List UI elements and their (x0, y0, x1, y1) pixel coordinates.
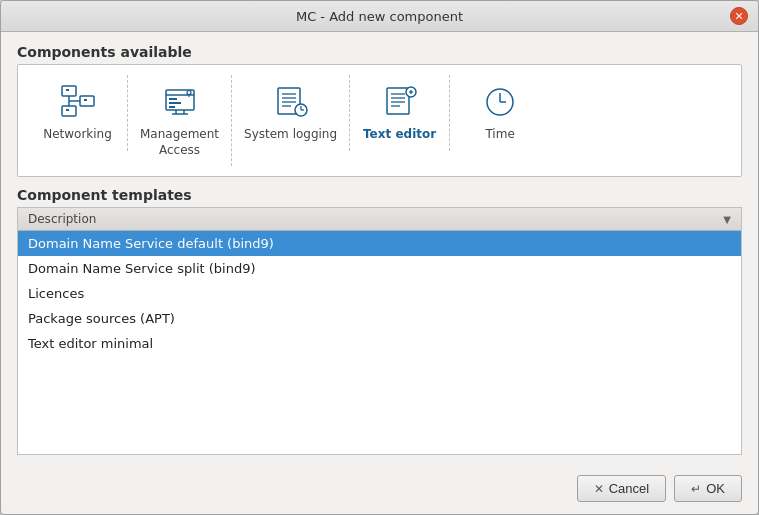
system-logging-icon (272, 83, 310, 121)
components-panel: Networking (17, 64, 742, 177)
dialog-body: Components available (1, 32, 758, 467)
template-item-text-editor-minimal[interactable]: Text editor minimal (18, 331, 741, 356)
components-section-title: Components available (17, 44, 742, 60)
svg-rect-8 (84, 99, 87, 101)
template-item-dns-default[interactable]: Domain Name Service default (bind9) (18, 231, 741, 256)
svg-rect-13 (169, 106, 175, 108)
list-header: Description ▼ (18, 208, 741, 231)
svg-point-17 (187, 91, 191, 95)
dialog-title: MC - Add new component (29, 9, 730, 24)
component-system-logging[interactable]: System logging (232, 75, 350, 151)
ok-button[interactable]: ↵ OK (674, 475, 742, 502)
templates-list-container: Description ▼ Domain Name Service defaul… (17, 207, 742, 455)
template-list: Domain Name Service default (bind9) Doma… (18, 231, 741, 356)
component-text-editor[interactable]: Text editor (350, 75, 450, 151)
dialog-footer: ✕ Cancel ↵ OK (1, 467, 758, 514)
cancel-icon: ✕ (594, 482, 604, 496)
system-logging-label: System logging (244, 127, 337, 143)
templates-section-title: Component templates (17, 187, 742, 203)
svg-rect-11 (169, 98, 177, 100)
svg-rect-12 (169, 102, 181, 104)
text-editor-icon (381, 83, 419, 121)
networking-label: Networking (43, 127, 112, 143)
text-editor-label: Text editor (363, 127, 436, 143)
time-icon (481, 83, 519, 121)
cancel-button[interactable]: ✕ Cancel (577, 475, 666, 502)
title-bar: MC - Add new component ✕ (1, 1, 758, 32)
svg-rect-6 (66, 89, 69, 91)
template-item-package-sources[interactable]: Package sources (APT) (18, 306, 741, 331)
svg-rect-7 (66, 109, 69, 111)
close-button[interactable]: ✕ (730, 7, 748, 25)
management-access-icon (161, 83, 199, 121)
templates-section: Component templates Description ▼ Domain… (17, 187, 742, 455)
management-access-label: ManagementAccess (140, 127, 219, 158)
cancel-label: Cancel (609, 481, 649, 496)
components-grid: Networking (28, 75, 731, 166)
networking-icon (59, 83, 97, 121)
template-item-licences[interactable]: Licences (18, 281, 741, 306)
ok-icon: ↵ (691, 482, 701, 496)
ok-label: OK (706, 481, 725, 496)
components-section: Components available (17, 44, 742, 177)
time-label: Time (485, 127, 514, 143)
component-time[interactable]: Time (450, 75, 550, 151)
list-header-label: Description (28, 212, 96, 226)
component-management-access[interactable]: ManagementAccess (128, 75, 232, 166)
component-networking[interactable]: Networking (28, 75, 128, 151)
dialog: MC - Add new component ✕ Components avai… (0, 0, 759, 515)
template-item-dns-split[interactable]: Domain Name Service split (bind9) (18, 256, 741, 281)
list-header-arrow-icon: ▼ (723, 214, 731, 225)
